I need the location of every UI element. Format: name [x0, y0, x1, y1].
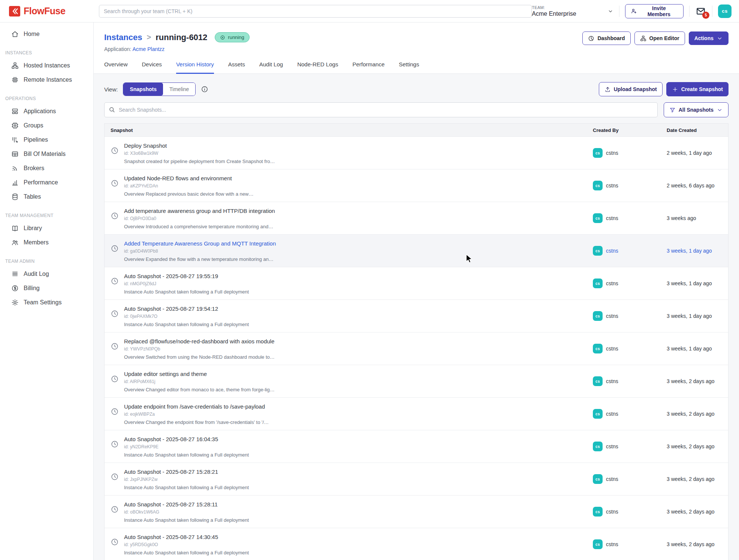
sidebar-section-team-management: TEAM MANAGEMENT [0, 204, 93, 221]
sidebar-item-home[interactable]: Home [0, 27, 93, 41]
created-by-name: cstns [606, 378, 618, 384]
tab-assets[interactable]: Assets [228, 61, 245, 74]
team-selector[interactable]: TEAM: Acme Enterprise [532, 5, 613, 17]
table-row[interactable]: Added Temperature Awareness Group and MQ… [105, 234, 728, 267]
user-plus-icon [631, 8, 637, 14]
db-icon [11, 193, 19, 201]
tab-overview[interactable]: Overview [104, 61, 128, 74]
snapshot-id: id: YWVPzN0PQb [124, 346, 275, 352]
created-by-cell: cs cstns [593, 365, 667, 397]
tab-audit-log[interactable]: Audit Log [259, 61, 283, 74]
notifications-button[interactable]: 5 [695, 6, 706, 16]
date-created-cell: 3 weeks ago [667, 202, 728, 234]
upload-snapshot-button[interactable]: Upload Snapshot [599, 82, 663, 96]
created-by-name: cstns [606, 509, 618, 515]
invite-members-button[interactable]: Invite Members [625, 4, 684, 18]
table-row[interactable]: Auto Snapshot - 2025-08-27 19:54:12 id: … [105, 299, 728, 332]
dashboard-button[interactable]: Dashboard [582, 31, 630, 45]
actions-button[interactable]: Actions [689, 31, 729, 45]
info-icon[interactable] [201, 85, 208, 93]
snapshot-text: Replaced @flowfuse/node-red-dashboard wi… [124, 338, 275, 360]
breadcrumb-instances-link[interactable]: Instances [104, 33, 142, 42]
sidebar-item-groups[interactable]: Groups [0, 118, 93, 133]
snapshot-id: id: ga0D4W0Pb8 [124, 249, 276, 254]
snapshot-id: id: aKZPYvEDAn [124, 183, 253, 189]
sidebar-section-operations: OPERATIONS [0, 87, 93, 104]
clock-icon [111, 538, 119, 546]
snapshot-title: Updated Node-RED flows and environment [124, 175, 253, 181]
sidebar-item-pipelines[interactable]: Pipelines [0, 133, 93, 147]
avatar: cs [593, 181, 603, 190]
view-option-timeline[interactable]: Timeline [163, 83, 195, 96]
flowfuse-logo[interactable]: FlowFuse [0, 6, 94, 16]
users-icon [11, 239, 19, 246]
global-search-input[interactable] [99, 5, 532, 18]
sidebar-item-hosted-instances[interactable]: Hosted Instances [0, 58, 93, 73]
snapshot-description: Overview Expanded the flow with a new te… [124, 256, 276, 262]
table-row[interactable]: Auto Snapshot - 2025-08-27 16:04:35 id: … [105, 430, 728, 463]
date-created-cell: 3 weeks, 2 days ago [667, 496, 728, 528]
date-created-cell: 3 weeks, 1 day ago [667, 332, 728, 365]
snapshot-search-input[interactable] [104, 102, 658, 117]
create-snapshot-button[interactable]: Create Snapshot [666, 82, 729, 96]
sidebar-item-tables[interactable]: Tables [0, 190, 93, 204]
created-by-cell: cs cstns [593, 202, 667, 234]
sidebar-item-members[interactable]: Members [0, 235, 93, 250]
date-created-cell: 3 weeks, 1 day ago [667, 267, 728, 299]
snapshot-id: id: JxpPJNKPZw [124, 477, 249, 482]
date-created-cell: 2 weeks, 6 days ago [667, 169, 728, 202]
avatar: cs [593, 246, 603, 256]
flowfuse-logo-icon [9, 6, 20, 16]
created-by-cell: cs cstns [593, 137, 667, 169]
table-row[interactable]: Update endpoint from /save-credentials t… [105, 397, 728, 430]
table-row[interactable]: Deploy Snapshot id: X3o6Bw1k9W Snapshot … [105, 136, 728, 169]
actions-label: Actions [694, 35, 714, 41]
date-created-cell: 3 weeks, 2 days ago [667, 398, 728, 430]
snapshot-title: Auto Snapshot - 2025-08-27 16:04:35 [124, 436, 249, 442]
snapshot-cell: Auto Snapshot - 2025-08-27 19:54:12 id: … [105, 300, 593, 332]
snapshot-filter-button[interactable]: All Snapshots [664, 102, 729, 117]
sidebar-item-audit-log[interactable]: Audit Log [0, 267, 93, 281]
tab-settings[interactable]: Settings [399, 61, 419, 74]
table-row[interactable]: Auto Snapshot - 2025-08-27 19:55:19 id: … [105, 267, 728, 299]
stack-icon [11, 108, 19, 115]
snapshot-title: Auto Snapshot - 2025-08-27 19:54:12 [124, 305, 249, 312]
table-row[interactable]: Auto Snapshot - 2025-08-27 15:28:21 id: … [105, 463, 728, 495]
tab-devices[interactable]: Devices [142, 61, 162, 74]
snapshot-search-wrap [104, 102, 658, 117]
sidebar-item-performance[interactable]: Performance [0, 175, 93, 190]
chevron-down-icon [607, 8, 613, 14]
sidebar-item-library[interactable]: Library [0, 221, 93, 235]
snapshot-title: Added Temperature Awareness Group and MQ… [124, 240, 276, 247]
sidebar-item-team-settings[interactable]: Team Settings [0, 295, 93, 310]
sidebar-item-remote-instances[interactable]: Remote Instances [0, 73, 93, 87]
open-editor-button[interactable]: Open Editor [634, 31, 685, 45]
tab-performance[interactable]: Performance [352, 61, 384, 74]
target-icon [220, 35, 225, 40]
snapshot-description: Snapshot created for pipeline deployment… [124, 159, 275, 164]
table-row[interactable]: Auto Snapshot - 2025-08-27 15:28:11 id: … [105, 495, 728, 528]
table-row[interactable]: Auto Snapshot - 2025-08-27 14:30:45 id: … [105, 528, 728, 560]
table-row[interactable]: Update editor settings and theme id: AlR… [105, 365, 728, 397]
sidebar-item-applications[interactable]: Applications [0, 104, 93, 118]
application-link[interactable]: Acme Plantzz [133, 46, 165, 52]
avatar: cs [593, 442, 603, 451]
view-toolbar: View: Snapshots Timeline Upload Snapshot… [104, 82, 729, 96]
sidebar-nav: Home INSTANCES Hosted Instances Remote I… [0, 22, 94, 560]
table-row[interactable]: Updated Node-RED flows and environment i… [105, 169, 728, 202]
tab-bar: Overview Devices Version History Assets … [104, 61, 729, 73]
sidebar-item-bill-of-materials[interactable]: Bill Of Materials [0, 147, 93, 161]
table-row[interactable]: Replaced @flowfuse/node-red-dashboard wi… [105, 332, 728, 365]
table-row[interactable]: Add temperature awareness group and HTTP… [105, 202, 728, 234]
snapshot-title: Auto Snapshot - 2025-08-27 15:28:11 [124, 501, 249, 508]
page-actions: Dashboard Open Editor Actions [582, 31, 729, 45]
flowfuse-logo-text: FlowFuse [24, 6, 65, 16]
sidebar-item-billing[interactable]: Billing [0, 281, 93, 295]
tab-version-history[interactable]: Version History [176, 61, 214, 74]
user-avatar[interactable]: cs [718, 4, 732, 18]
divider [712, 6, 712, 17]
tab-node-red-logs[interactable]: Node-RED Logs [297, 61, 338, 74]
snapshot-text: Deploy Snapshot id: X3o6Bw1k9W Snapshot … [124, 142, 275, 164]
view-option-snapshots[interactable]: Snapshots [123, 83, 163, 96]
sidebar-item-brokers[interactable]: Brokers [0, 161, 93, 175]
